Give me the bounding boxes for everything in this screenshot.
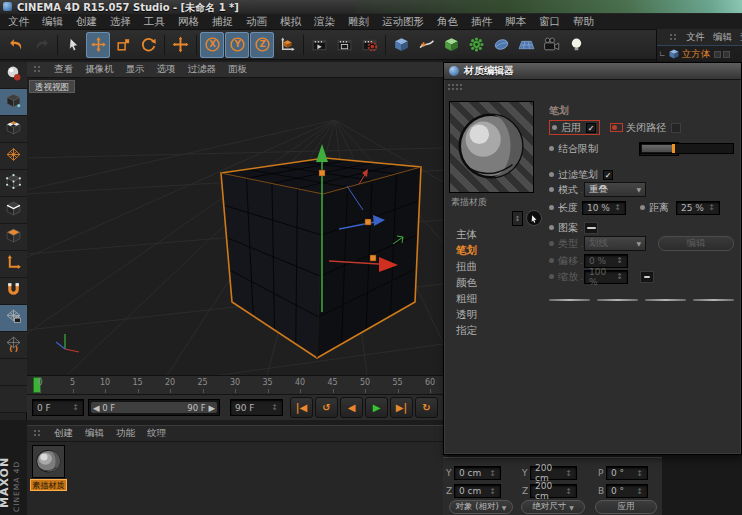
move-tool[interactable] [86, 32, 110, 58]
y-axis-lock[interactable]: Y [225, 32, 249, 58]
position-field[interactable]: 0 cm↕ [454, 466, 501, 480]
channel-item[interactable]: 主体 [456, 227, 477, 243]
current-frame-field[interactable]: 0 F ↕ [32, 399, 84, 416]
frame-range-slider[interactable]: ◀ 0 F 90 F ▶ [88, 399, 220, 416]
menu-item[interactable]: 编辑 [42, 15, 63, 29]
rotate-tool[interactable] [136, 32, 160, 58]
end-frame-field[interactable]: 90 F ↕ [230, 399, 283, 416]
scale-swatch[interactable] [640, 271, 654, 283]
material-manager-menu-item[interactable]: 纹理 [147, 427, 166, 440]
material-thumbnail-label[interactable]: 素描材质 [30, 479, 67, 491]
close-path-checkbox[interactable]: ✓ [671, 123, 681, 133]
points-mode-button[interactable] [0, 170, 27, 197]
render-view-button[interactable] [307, 32, 331, 58]
uv-mode-button[interactable] [0, 143, 27, 170]
material-manager-menu-item[interactable]: 编辑 [85, 427, 104, 440]
object-state-toggles[interactable] [714, 51, 730, 58]
object-row[interactable]: ∟ 立方体 [657, 45, 742, 62]
channel-item[interactable]: 颜色 [456, 275, 477, 291]
menu-item[interactable]: 工具 [144, 15, 165, 29]
combine-limit-slider[interactable] [640, 143, 734, 154]
material-thumbnail[interactable] [32, 445, 65, 478]
sculpt-tool[interactable] [0, 62, 27, 89]
lock-workplane-button[interactable]: ( ) [0, 332, 27, 359]
material-manager-menu-item[interactable]: 功能 [116, 427, 135, 440]
viewport-menu-item[interactable]: 面板 [228, 63, 247, 76]
spline-pen-button[interactable] [414, 32, 438, 58]
title-bar[interactable]: CINEMA 4D R15.057 Studio - [未命名 1 *] [0, 0, 742, 14]
make-editable-button[interactable] [0, 89, 27, 116]
preview-size-spinner[interactable]: ↕ [512, 211, 523, 226]
size-field[interactable]: 200 cm↕ [530, 466, 577, 480]
workplane-button[interactable] [0, 305, 27, 332]
channel-item[interactable]: 粗细 [456, 291, 477, 307]
panel-grip[interactable] [33, 65, 42, 74]
mograph-button[interactable] [464, 32, 488, 58]
menu-item[interactable]: 帮助 [573, 15, 594, 29]
viewport-canvas[interactable] [27, 62, 443, 375]
panel-grip[interactable] [33, 429, 42, 438]
viewport-menu-item[interactable]: 摄像机 [85, 63, 114, 76]
redo-button[interactable] [29, 32, 53, 58]
pattern-swatch[interactable] [584, 222, 598, 234]
deformer-button[interactable] [489, 32, 513, 58]
slider-handle[interactable] [672, 144, 675, 153]
mode-dropdown[interactable]: 重叠▼ [584, 182, 646, 197]
object-manager-menu-item[interactable]: 文件 [686, 31, 705, 44]
viewport-menu-item[interactable]: 显示 [126, 63, 145, 76]
render-settings-button[interactable] [357, 32, 381, 58]
channel-item[interactable]: 扭曲 [456, 259, 477, 275]
material-manager-menu-item[interactable]: 创建 [54, 427, 73, 440]
camera-button[interactable] [539, 32, 563, 58]
rotation-field[interactable]: 0 °↕ [606, 466, 648, 480]
viewport-menu-item[interactable]: 查看 [54, 63, 73, 76]
enable-checkbox[interactable]: ✓ [586, 123, 596, 133]
menu-item[interactable]: 角色 [437, 15, 458, 29]
menu-item[interactable]: 雕刻 [348, 15, 369, 29]
viewport-menu-item[interactable]: 选项 [157, 63, 176, 76]
channel-item[interactable]: 透明 [456, 307, 477, 323]
undo-button[interactable] [4, 32, 28, 58]
position-field[interactable]: 0 cm↕ [454, 484, 501, 498]
stroke-pattern-previews[interactable] [549, 299, 734, 301]
play-button[interactable]: ▶ [365, 397, 388, 418]
snap-button[interactable] [0, 278, 27, 305]
view-label[interactable]: 透视视图 [29, 80, 75, 93]
loop-button[interactable]: ↻ [415, 397, 438, 418]
viewport-solo-button[interactable] [0, 386, 27, 413]
prev-key-button[interactable]: ◀ [340, 397, 363, 418]
coordinate-mode-dropdown[interactable]: 对象 (相对)▼ [449, 500, 513, 514]
coordinate-system-toggle[interactable] [275, 32, 299, 58]
texture-mode-button[interactable] [0, 116, 27, 143]
object-manager-menu-item[interactable]: 编辑 [713, 31, 732, 44]
spinner-icon[interactable]: ↕ [72, 403, 79, 412]
light-button[interactable] [564, 32, 588, 58]
scale-tool[interactable] [111, 32, 135, 58]
channel-item[interactable]: 笔划 [456, 243, 477, 259]
menu-item[interactable]: 创建 [76, 15, 97, 29]
panel-grip[interactable] [447, 83, 463, 91]
menu-item[interactable]: 选择 [110, 15, 131, 29]
filter-strokes-checkbox[interactable]: ✓ [603, 170, 613, 180]
floor-button[interactable] [514, 32, 538, 58]
polygons-mode-button[interactable] [0, 224, 27, 251]
goto-start-button[interactable]: |◀ [290, 397, 313, 418]
menu-item[interactable]: 插件 [471, 15, 492, 29]
last-used-tool[interactable] [168, 32, 192, 58]
menu-item[interactable]: 渲染 [314, 15, 335, 29]
scale-field[interactable]: 100 %↕ [584, 270, 628, 284]
z-axis-lock[interactable]: Z [250, 32, 274, 58]
menu-item[interactable]: 模拟 [280, 15, 301, 29]
apply-button[interactable]: 应用 [595, 500, 657, 514]
timeline-ruler[interactable]: 051015202530354045505560 [27, 375, 443, 394]
size-field[interactable]: 200 cm↕ [530, 484, 577, 498]
type-dropdown[interactable]: 划线▼ [584, 236, 646, 251]
live-selection-tool[interactable] [61, 32, 85, 58]
add-cube-button[interactable] [389, 32, 413, 58]
x-axis-lock[interactable]: X [200, 32, 224, 58]
menu-item[interactable]: 运动图形 [382, 15, 424, 29]
menu-item[interactable]: 文件 [8, 15, 29, 29]
render-picture-viewer-button[interactable] [332, 32, 356, 58]
enable-axis-button[interactable] [0, 251, 27, 278]
panel-grip[interactable] [669, 33, 678, 42]
